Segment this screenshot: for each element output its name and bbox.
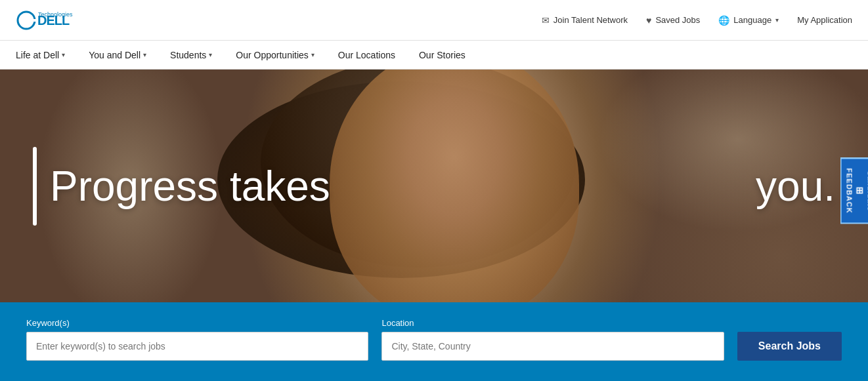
feedback-label-feedback: FEEDBACK (845, 168, 853, 213)
join-talent-network-link[interactable]: ✉ Join Talent Network (542, 15, 628, 26)
svg-text:Technologies: Technologies (38, 11, 73, 18)
search-jobs-button[interactable]: Search Jobs (737, 332, 842, 361)
svg-rect-1 (32, 19, 36, 22)
globe-icon: 🌐 (718, 15, 729, 26)
feedback-icon: ⊞ (854, 186, 865, 195)
saved-jobs-link[interactable]: ♥ Saved Jobs (646, 15, 700, 26)
keywords-input[interactable] (26, 332, 368, 361)
main-navigation: Life at Dell ▾ You and Dell ▾ Students ▾… (0, 41, 868, 70)
you-and-dell-chevron: ▾ (143, 51, 146, 58)
candidate-feedback-tab[interactable]: Candidate ⊞ FEEDBACK (840, 157, 868, 224)
search-section: Keyword(s) Location Search Jobs (0, 302, 868, 381)
dell-logo-svg: DELL Technologies (16, 10, 95, 31)
nav-our-stories[interactable]: Our Stories (419, 41, 466, 69)
hero-section: Progress takes you. (0, 70, 868, 302)
keywords-field-group: Keyword(s) (26, 318, 368, 361)
heart-icon: ♥ (646, 15, 651, 26)
location-label: Location (381, 318, 724, 328)
location-input[interactable] (381, 332, 724, 361)
nav-our-locations[interactable]: Our Locations (338, 41, 395, 69)
nav-students[interactable]: Students ▾ (170, 41, 212, 69)
top-navigation: ✉ Join Talent Network ♥ Saved Jobs 🌐 Lan… (542, 15, 852, 26)
nav-life-at-dell[interactable]: Life at Dell ▾ (16, 41, 65, 69)
hero-face (330, 70, 579, 302)
my-application-link[interactable]: My Application (797, 15, 852, 25)
language-link[interactable]: 🌐 Language ▾ (718, 15, 779, 26)
nav-you-and-dell[interactable]: You and Dell ▾ (89, 41, 146, 69)
nav-our-opportunities[interactable]: Our Opportunities ▾ (236, 41, 315, 69)
language-chevron: ▾ (775, 16, 779, 24)
dell-logo[interactable]: DELL Technologies (16, 10, 95, 31)
envelope-icon: ✉ (542, 15, 550, 26)
top-header: DELL Technologies ✉ Join Talent Network … (0, 0, 868, 41)
life-at-dell-chevron: ▾ (62, 51, 65, 58)
location-field-group: Location (381, 318, 724, 361)
students-chevron: ▾ (209, 51, 212, 58)
keywords-label: Keyword(s) (26, 318, 368, 328)
our-opportunities-chevron: ▾ (311, 51, 315, 58)
search-fields-container: Keyword(s) Location Search Jobs (26, 318, 842, 361)
